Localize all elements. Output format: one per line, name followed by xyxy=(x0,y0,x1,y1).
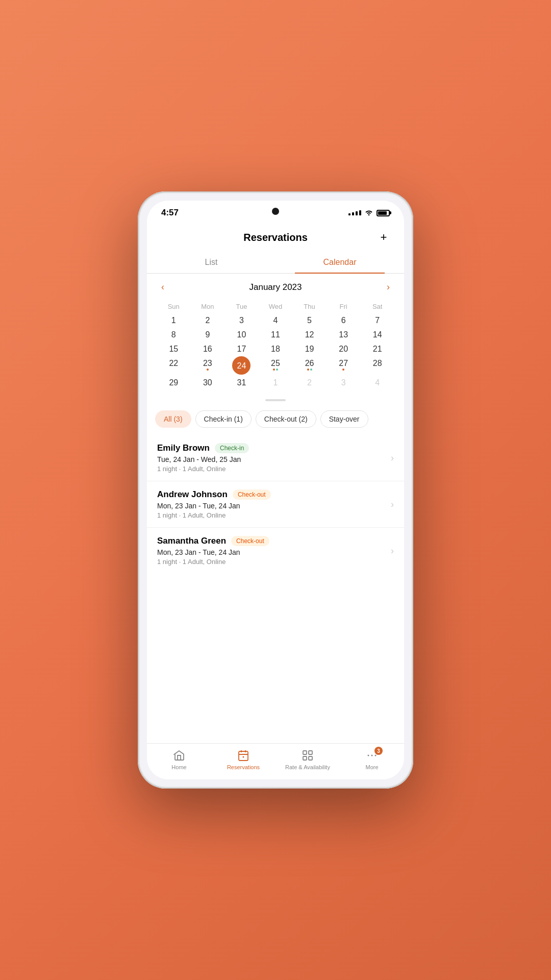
nav-item-rate[interactable]: Rate & Availability xyxy=(276,749,340,770)
svg-rect-0 xyxy=(239,751,248,761)
nav-label-rate: Rate & Availability xyxy=(285,764,330,770)
cal-day-14[interactable]: 14 xyxy=(361,328,394,341)
add-button[interactable]: + xyxy=(375,229,392,246)
cal-day-23[interactable]: 23 xyxy=(191,356,224,375)
cal-day-15[interactable]: 15 xyxy=(157,342,190,355)
tab-calendar[interactable]: Calendar xyxy=(276,252,404,273)
cal-day-22[interactable]: 22 xyxy=(157,356,190,375)
cal-day-30[interactable]: 30 xyxy=(191,376,224,389)
cal-day-2[interactable]: 2 xyxy=(191,313,224,327)
tab-bar: List Calendar xyxy=(147,252,404,274)
chevron-right-icon: › xyxy=(391,499,394,510)
more-icon: 3 xyxy=(365,749,379,762)
reservation-details-emily: 1 night · 1 Adult, Online xyxy=(157,465,391,473)
chevron-right-icon: › xyxy=(391,546,394,556)
day-header-fri: Fri xyxy=(327,301,360,312)
calendar-grid: Sun Mon Tue Wed Thu Fri Sat 1 2 3 4 5 6 … xyxy=(157,301,394,389)
camera xyxy=(272,208,279,215)
reservation-item-andrew[interactable]: Andrew Johnson Check-out Mon, 23 Jan - T… xyxy=(147,481,404,528)
signal-icon xyxy=(348,210,361,215)
day-header-tue: Tue xyxy=(225,301,258,312)
svg-rect-5 xyxy=(309,756,312,760)
calendar-month-title: January 2023 xyxy=(249,282,302,292)
calendar-nav: ‹ January 2023 › xyxy=(157,280,394,295)
cal-day-10[interactable]: 10 xyxy=(225,328,258,341)
filter-all[interactable]: All (3) xyxy=(155,410,191,428)
day-header-mon: Mon xyxy=(191,301,224,312)
status-time: 4:57 xyxy=(161,208,179,218)
filter-checkin[interactable]: Check-in (1) xyxy=(195,410,252,428)
cal-day-17[interactable]: 17 xyxy=(225,342,258,355)
cal-day-8[interactable]: 8 xyxy=(157,328,190,341)
cal-day-feb4[interactable]: 4 xyxy=(361,376,394,389)
reservation-item-samantha[interactable]: Samantha Green Check-out Mon, 23 Jan - T… xyxy=(147,528,404,574)
cal-day-27[interactable]: 27 xyxy=(327,356,360,375)
cal-day-7[interactable]: 7 xyxy=(361,313,394,327)
reservation-dates-andrew: Mon, 23 Jan - Tue, 24 Jan xyxy=(157,502,391,510)
status-icons xyxy=(348,209,390,217)
tab-list[interactable]: List xyxy=(147,252,276,273)
status-badge-andrew: Check-out xyxy=(233,489,271,500)
reservation-list: Emily Brown Check-in Tue, 24 Jan - Wed, … xyxy=(147,435,404,743)
svg-point-8 xyxy=(375,755,377,756)
cal-day-5[interactable]: 5 xyxy=(293,313,326,327)
cal-day-21[interactable]: 21 xyxy=(361,342,394,355)
app-header: Reservations + xyxy=(147,221,404,252)
cal-day-feb2[interactable]: 2 xyxy=(293,376,326,389)
guest-name-samantha: Samantha Green xyxy=(157,536,226,546)
cal-day-12[interactable]: 12 xyxy=(293,328,326,341)
cal-day-31[interactable]: 31 xyxy=(225,376,258,389)
status-badge-emily: Check-in xyxy=(215,443,249,453)
cal-day-13[interactable]: 13 xyxy=(327,328,360,341)
day-header-wed: Wed xyxy=(259,301,292,312)
cal-day-3[interactable]: 3 xyxy=(225,313,258,327)
cal-day-20[interactable]: 20 xyxy=(327,342,360,355)
day-header-sun: Sun xyxy=(157,301,190,312)
svg-point-6 xyxy=(368,755,369,756)
cal-day-18[interactable]: 18 xyxy=(259,342,292,355)
rate-availability-icon xyxy=(301,749,314,762)
guest-name-andrew: Andrew Johnson xyxy=(157,489,228,500)
nav-label-home: Home xyxy=(171,764,186,770)
nav-item-reservations[interactable]: Reservations xyxy=(211,749,276,770)
svg-rect-4 xyxy=(303,756,307,760)
cal-day-6[interactable]: 6 xyxy=(327,313,360,327)
cal-day-25[interactable]: 25 xyxy=(259,356,292,375)
reservations-icon xyxy=(237,749,250,762)
filter-stayover[interactable]: Stay-over xyxy=(320,410,368,428)
page-title: Reservations xyxy=(176,232,375,243)
reservation-details-samantha: 1 night · 1 Adult, Online xyxy=(157,558,391,566)
svg-point-1 xyxy=(243,756,244,758)
svg-rect-3 xyxy=(309,751,312,754)
svg-rect-2 xyxy=(303,751,307,754)
nav-label-reservations: Reservations xyxy=(227,764,260,770)
reservation-dates-samantha: Mon, 23 Jan - Tue, 24 Jan xyxy=(157,548,391,556)
reservation-item-emily[interactable]: Emily Brown Check-in Tue, 24 Jan - Wed, … xyxy=(147,435,404,481)
calendar-section: ‹ January 2023 › Sun Mon Tue Wed Thu Fri… xyxy=(147,274,404,395)
drag-handle xyxy=(265,399,286,401)
filter-bar: All (3) Check-in (1) Check-out (2) Stay-… xyxy=(147,403,404,435)
guest-name-emily: Emily Brown xyxy=(157,443,210,453)
next-month-button[interactable]: › xyxy=(383,280,394,295)
more-badge: 3 xyxy=(374,747,383,755)
filter-checkout[interactable]: Check-out (2) xyxy=(256,410,316,428)
phone-screen: 4:57 Reservations xyxy=(147,201,404,779)
cal-day-28[interactable]: 28 xyxy=(361,356,394,375)
reservation-details-andrew: 1 night · 1 Adult, Online xyxy=(157,511,391,519)
cal-day-1[interactable]: 1 xyxy=(157,313,190,327)
cal-day-29[interactable]: 29 xyxy=(157,376,190,389)
status-badge-samantha: Check-out xyxy=(231,536,269,546)
day-header-sat: Sat xyxy=(361,301,394,312)
cal-day-11[interactable]: 11 xyxy=(259,328,292,341)
cal-day-19[interactable]: 19 xyxy=(293,342,326,355)
nav-item-home[interactable]: Home xyxy=(147,749,211,770)
cal-day-feb3[interactable]: 3 xyxy=(327,376,360,389)
cal-day-16[interactable]: 16 xyxy=(191,342,224,355)
cal-day-24[interactable]: 24 xyxy=(232,356,251,375)
cal-day-4[interactable]: 4 xyxy=(259,313,292,327)
nav-item-more[interactable]: 3 More xyxy=(340,749,404,770)
prev-month-button[interactable]: ‹ xyxy=(157,280,168,295)
cal-day-feb1[interactable]: 1 xyxy=(259,376,292,389)
cal-day-9[interactable]: 9 xyxy=(191,328,224,341)
cal-day-26[interactable]: 26 xyxy=(293,356,326,375)
